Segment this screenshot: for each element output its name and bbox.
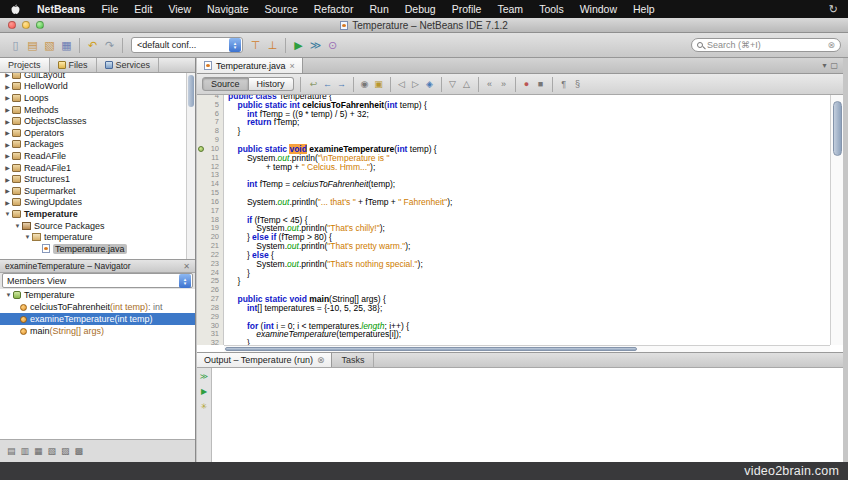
debug-icon[interactable]: ≫ <box>307 37 324 53</box>
menu-item-refactor[interactable]: Refactor <box>306 3 362 15</box>
expand-arrow-icon[interactable]: ▶ <box>3 176 12 183</box>
undo-icon[interactable]: ↶ <box>84 37 101 53</box>
redo-icon[interactable]: ↷ <box>101 37 118 53</box>
toggle-bookmark-icon[interactable]: ◈ <box>423 79 437 89</box>
apple-menu-icon[interactable] <box>0 4 29 15</box>
tree-item-temperature[interactable]: ▼Temperature <box>0 208 195 220</box>
tree-item-readafile[interactable]: ▶ReadAFile <box>0 150 195 162</box>
last-edit-icon[interactable]: ↩ <box>307 79 321 89</box>
tasks-tab[interactable]: Tasks <box>332 353 374 367</box>
tree-item-readafile1[interactable]: ▶ReadAFile1 <box>0 162 195 174</box>
editor-tab-temperature-java[interactable]: Temperature.java × <box>197 58 303 73</box>
tree-item-loops[interactable]: ▶Loops <box>0 92 195 104</box>
menu-item-team[interactable]: Team <box>489 3 531 15</box>
menu-item-run[interactable]: Run <box>361 3 396 15</box>
navigator-member-celciustofahrenheit[interactable]: celciusToFahrenheit(int temp) : int <box>0 301 195 313</box>
code-line[interactable]: 24 } <box>197 269 830 278</box>
tree-item-temperature-java[interactable]: Temperature.java <box>0 243 195 255</box>
profile-icon[interactable]: ⊙ <box>324 37 341 53</box>
expand-arrow-icon[interactable]: ▶ <box>3 118 12 125</box>
expand-arrow-icon[interactable]: ▶ <box>3 106 12 113</box>
projects-scroll-thumb[interactable] <box>188 75 194 107</box>
code-line[interactable]: 12 + temp + " Celcius. Hmm..."); <box>197 163 830 172</box>
menu-item-tools[interactable]: Tools <box>531 3 572 15</box>
back-icon[interactable]: ← <box>321 79 335 89</box>
sidebar-tab-projects[interactable]: Projects <box>0 58 50 72</box>
tab-list-chevron-icon[interactable]: ▾ <box>822 61 826 70</box>
navigator-member-examinetemperature[interactable]: examineTemperature(int temp) <box>0 313 195 325</box>
new-project-icon[interactable]: ▤ <box>24 37 41 53</box>
projects-panel[interactable]: ▶GuiLayout▶HelloWorld▶Loops▶Methods▶Obje… <box>0 73 195 259</box>
expand-arrow-icon[interactable]: ▶ <box>3 94 12 101</box>
tree-item-swingupdates[interactable]: ▶SwingUpdates <box>0 197 195 209</box>
code-line[interactable]: 25 } <box>197 277 830 286</box>
next-bookmark-icon[interactable]: ▷ <box>409 79 423 89</box>
layout-icon-4[interactable]: ▧ <box>48 446 57 456</box>
search-clear-icon[interactable]: ⊗ <box>827 40 835 50</box>
new-file-icon[interactable]: ▯ <box>7 37 24 53</box>
code-line[interactable]: 16 System.out.println("... that's " + fT… <box>197 198 830 207</box>
layout-icon-2[interactable]: ▥ <box>21 446 30 456</box>
start-macro-icon[interactable]: ● <box>520 79 534 89</box>
code-line[interactable]: 28 int[] temperatures = {-10, 5, 25, 38}… <box>197 304 830 313</box>
save-all-icon[interactable]: ▦ <box>58 37 75 53</box>
expand-arrow-icon[interactable]: ▶ <box>3 199 12 206</box>
code-line[interactable]: 31 examineTemperature(temperatures[i]); <box>197 330 830 339</box>
run-icon[interactable]: ▶ <box>290 37 307 53</box>
editor-horizontal-scrollbar[interactable] <box>224 345 830 352</box>
tree-item-supermarket[interactable]: ▶Supermarket <box>0 185 195 197</box>
collapse-arrow-icon[interactable]: ▼ <box>23 234 32 240</box>
find-selection-icon[interactable]: ◉ <box>358 79 372 89</box>
ant-settings-icon[interactable]: ✳ <box>201 403 208 411</box>
code-line[interactable]: 7 return fTemp; <box>197 118 830 127</box>
navigator-root-temperature[interactable]: ▼Temperature <box>0 289 195 301</box>
members-view-select[interactable]: Members View ▴▾ <box>2 273 193 288</box>
search-input[interactable]: Search (⌘+I) ⊗ <box>691 38 841 52</box>
code-editor[interactable]: 4public class Temperature {5 public stat… <box>197 95 843 352</box>
stop-macro-icon[interactable]: ■ <box>534 79 548 89</box>
expand-arrow-icon[interactable]: ▶ <box>3 187 12 194</box>
shift-left-icon[interactable]: « <box>483 79 497 89</box>
forward-icon[interactable]: → <box>335 79 349 89</box>
output-tab[interactable]: Output – Temperature (run) ⊗ <box>197 353 332 367</box>
comment-icon[interactable]: ¶ <box>557 79 571 89</box>
menu-item-netbeans[interactable]: NetBeans <box>29 3 93 15</box>
tree-item-methods[interactable]: ▶Methods <box>0 104 195 116</box>
editor-vertical-scrollbar[interactable] <box>830 95 843 345</box>
code-line[interactable]: 23 System.out.println("That's nothing sp… <box>197 260 830 269</box>
tree-item-packages[interactable]: ▶Packages <box>0 139 195 151</box>
layout-icon-1[interactable]: ▤ <box>7 446 16 456</box>
layout-icon-5[interactable]: ▨ <box>61 446 70 456</box>
tree-item-source-packages[interactable]: ▼Source Packages <box>0 220 195 232</box>
tree-item-structures1[interactable]: ▶Structures1 <box>0 173 195 185</box>
tree-item-guilayout[interactable]: ▶GuiLayout <box>0 73 195 81</box>
code-line[interactable]: 21 System.out.println("That's pretty war… <box>197 242 830 251</box>
navigator-member-main[interactable]: main(String[] args) <box>0 325 195 337</box>
navigator-panel[interactable]: ▼TemperaturecelciusToFahrenheit(int temp… <box>0 289 195 439</box>
expand-arrow-icon[interactable]: ▶ <box>3 83 12 90</box>
previous-matching-icon[interactable]: △ <box>460 79 474 89</box>
tree-item-objectsclasses[interactable]: ▶ObjectsClasses <box>0 115 195 127</box>
expand-arrow-icon[interactable]: ▶ <box>3 129 12 136</box>
sidebar-tab-files[interactable]: Files <box>50 58 97 72</box>
menu-status-icon[interactable]: ↻ <box>829 3 848 16</box>
history-view-button[interactable]: History <box>249 77 294 91</box>
run-configuration-select[interactable]: <default conf... ▴▾ <box>131 37 243 53</box>
next-matching-icon[interactable]: ▽ <box>446 79 460 89</box>
code-line[interactable]: 8 } <box>197 127 830 136</box>
menu-item-profile[interactable]: Profile <box>444 3 490 15</box>
toggle-highlight-icon[interactable]: ▣ <box>372 79 386 89</box>
navigator-close-icon[interactable]: ✕ <box>183 262 190 271</box>
layout-icon-6[interactable]: ▩ <box>75 446 84 456</box>
menu-item-view[interactable]: View <box>160 3 199 15</box>
collapse-arrow-icon[interactable]: ▼ <box>13 223 22 229</box>
collapse-arrow-icon[interactable]: ▼ <box>3 211 12 217</box>
window-titlebar[interactable]: Temperature – NetBeans IDE 7.1.2 <box>0 18 848 33</box>
menu-item-navigate[interactable]: Navigate <box>199 3 256 15</box>
tab-close-icon[interactable]: × <box>290 61 295 71</box>
output-tab-close-icon[interactable]: ⊗ <box>317 355 325 365</box>
horizontal-scroll-thumb[interactable] <box>225 347 637 351</box>
tree-item-helloworld[interactable]: ▶HelloWorld <box>0 81 195 93</box>
build-icon[interactable]: ⊤ <box>247 37 264 53</box>
vertical-scroll-thumb[interactable] <box>833 101 842 156</box>
